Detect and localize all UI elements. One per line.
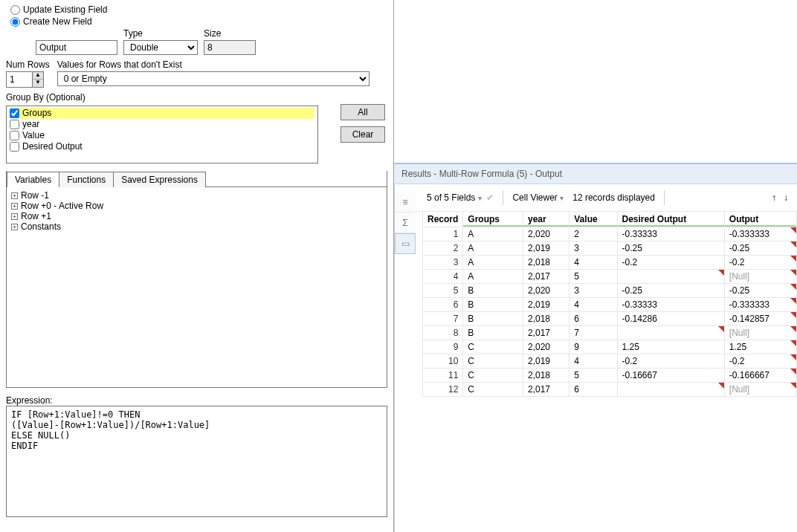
table-cell[interactable]: A xyxy=(463,241,523,256)
table-row[interactable]: 6B2,0194-0.33333-0.333333 xyxy=(423,298,797,312)
column-header[interactable]: Value xyxy=(569,212,617,227)
column-header[interactable]: Output xyxy=(724,212,796,227)
table-cell[interactable]: 2,019 xyxy=(523,241,569,256)
table-cell[interactable]: -0.25 xyxy=(617,284,724,298)
table-row[interactable]: 10C2,0194-0.2-0.2 xyxy=(423,354,797,369)
table-cell[interactable]: 2,018 xyxy=(523,256,569,270)
table-cell[interactable]: 2,017 xyxy=(523,326,569,340)
summary-view-icon[interactable]: Σ xyxy=(395,213,416,233)
table-row[interactable]: 4A2,0175[Null] xyxy=(423,270,797,284)
table-row[interactable]: 5B2,0203-0.25-0.25 xyxy=(423,284,797,298)
table-cell[interactable]: [Null] xyxy=(724,326,796,340)
table-row[interactable]: 11C2,0185-0.16667-0.166667 xyxy=(423,369,797,383)
groupby-checkbox-value[interactable] xyxy=(10,131,19,140)
table-row[interactable]: 3A2,0184-0.2-0.2 xyxy=(423,256,797,270)
table-cell[interactable]: 5 xyxy=(423,284,463,298)
variables-tree[interactable]: +Row -1+Row +0 - Active Row+Row +1+Const… xyxy=(7,186,387,387)
tree-node-label[interactable]: Row -1 xyxy=(21,190,49,201)
tab-functions[interactable]: Functions xyxy=(59,172,114,187)
table-cell[interactable]: A xyxy=(463,227,523,241)
table-cell[interactable]: 2,020 xyxy=(523,284,569,298)
nav-up-icon[interactable]: ↑ xyxy=(772,192,776,203)
workflow-canvas[interactable]: 12 192b IF [Row+1:Value]!=0 THEN ([Value… xyxy=(394,0,797,163)
numrows-spinner[interactable]: ▲▼ xyxy=(33,71,44,88)
table-cell[interactable]: C xyxy=(463,340,523,354)
table-cell[interactable]: -0.2 xyxy=(724,354,796,369)
table-cell[interactable]: 3 xyxy=(569,284,617,298)
table-cell[interactable]: [Null] xyxy=(724,383,796,397)
table-cell[interactable]: -0.333333 xyxy=(724,298,796,312)
table-cell[interactable]: 4 xyxy=(569,354,617,369)
column-header[interactable]: Groups xyxy=(463,212,523,227)
table-row[interactable]: 8B2,0177[Null] xyxy=(423,326,797,340)
table-cell[interactable]: C xyxy=(463,354,523,369)
fields-dropdown[interactable]: 5 of 5 Fields ▾ ✔ xyxy=(427,192,494,203)
table-cell[interactable] xyxy=(617,270,724,284)
results-grid[interactable]: RecordGroupsyearValueDesired OutputOutpu… xyxy=(422,212,797,397)
tree-node-label[interactable]: Row +0 - Active Row xyxy=(21,201,103,211)
table-cell[interactable]: 5 xyxy=(569,369,617,383)
table-cell[interactable]: -0.14286 xyxy=(617,312,724,326)
table-cell[interactable]: A xyxy=(463,256,523,270)
table-cell[interactable]: 8 xyxy=(423,326,463,340)
table-cell[interactable]: 9 xyxy=(423,340,463,354)
table-cell[interactable]: B xyxy=(463,312,523,326)
table-cell[interactable]: 2,019 xyxy=(523,298,569,312)
table-cell[interactable]: 2 xyxy=(569,227,617,241)
numrows-input[interactable] xyxy=(6,71,33,88)
table-cell[interactable]: -0.2 xyxy=(617,256,724,270)
table-cell[interactable]: -0.25 xyxy=(617,241,724,256)
table-cell[interactable]: 2,018 xyxy=(523,369,569,383)
table-cell[interactable]: B xyxy=(463,298,523,312)
table-row[interactable]: 2A2,0193-0.25-0.25 xyxy=(423,241,797,256)
table-cell[interactable]: -0.33333 xyxy=(617,227,724,241)
data-view-icon[interactable]: ▭ xyxy=(395,233,416,254)
table-cell[interactable]: -0.2 xyxy=(617,354,724,369)
table-cell[interactable]: -0.25 xyxy=(724,284,796,298)
table-row[interactable]: 7B2,0186-0.14286-0.142857 xyxy=(423,312,797,326)
table-cell[interactable]: B xyxy=(463,284,523,298)
table-cell[interactable]: 2,020 xyxy=(523,340,569,354)
update-existing-radio[interactable] xyxy=(10,5,20,15)
table-row[interactable]: 1A2,0202-0.33333-0.333333 xyxy=(423,227,797,241)
table-cell[interactable]: 2,019 xyxy=(523,354,569,369)
table-cell[interactable]: C xyxy=(463,369,523,383)
table-cell[interactable]: 5 xyxy=(569,270,617,284)
table-cell[interactable]: 4 xyxy=(569,256,617,270)
table-cell[interactable]: 3 xyxy=(569,241,617,256)
table-cell[interactable]: -0.333333 xyxy=(724,227,796,241)
table-cell[interactable] xyxy=(617,326,724,340)
create-new-radio[interactable] xyxy=(10,17,20,27)
nav-down-icon[interactable]: ↓ xyxy=(784,192,788,203)
cellviewer-dropdown[interactable]: Cell Viewer ▾ xyxy=(512,192,564,203)
groupby-listbox[interactable]: GroupsyearValueDesired Output xyxy=(6,106,318,163)
table-cell[interactable]: 4 xyxy=(423,270,463,284)
tree-expand-icon[interactable]: + xyxy=(11,203,18,210)
table-cell[interactable]: C xyxy=(463,383,523,397)
groupby-clear-button[interactable]: Clear xyxy=(341,126,385,143)
column-header[interactable]: Record xyxy=(423,212,463,227)
table-cell[interactable]: 11 xyxy=(423,369,463,383)
table-cell[interactable] xyxy=(617,383,724,397)
expression-editor[interactable]: IF [Row+1:Value]!=0 THEN ([Value]-[Row+1… xyxy=(6,406,387,517)
table-cell[interactable]: -0.166667 xyxy=(724,369,796,383)
messages-view-icon[interactable]: ≡ xyxy=(395,192,416,213)
table-cell[interactable]: 1.25 xyxy=(617,340,724,354)
table-cell[interactable]: 6 xyxy=(569,383,617,397)
column-header[interactable]: year xyxy=(523,212,569,227)
table-cell[interactable]: 6 xyxy=(423,298,463,312)
table-cell[interactable]: -0.25 xyxy=(724,241,796,256)
rowsnotexist-select[interactable]: 0 or Empty xyxy=(57,71,370,86)
tree-node-label[interactable]: Row +1 xyxy=(21,211,51,221)
table-cell[interactable]: 4 xyxy=(569,298,617,312)
new-field-name-input[interactable] xyxy=(36,40,117,55)
tree-expand-icon[interactable]: + xyxy=(11,192,18,199)
groupby-checkbox-groups[interactable] xyxy=(10,108,19,118)
type-select[interactable]: Double xyxy=(123,40,198,55)
table-cell[interactable]: A xyxy=(463,270,523,284)
table-cell[interactable]: -0.142857 xyxy=(724,312,796,326)
table-cell[interactable]: [Null] xyxy=(724,270,796,284)
table-cell[interactable]: 7 xyxy=(423,312,463,326)
table-row[interactable]: 9C2,02091.251.25 xyxy=(423,340,797,354)
table-row[interactable]: 12C2,0176[Null] xyxy=(423,383,797,397)
